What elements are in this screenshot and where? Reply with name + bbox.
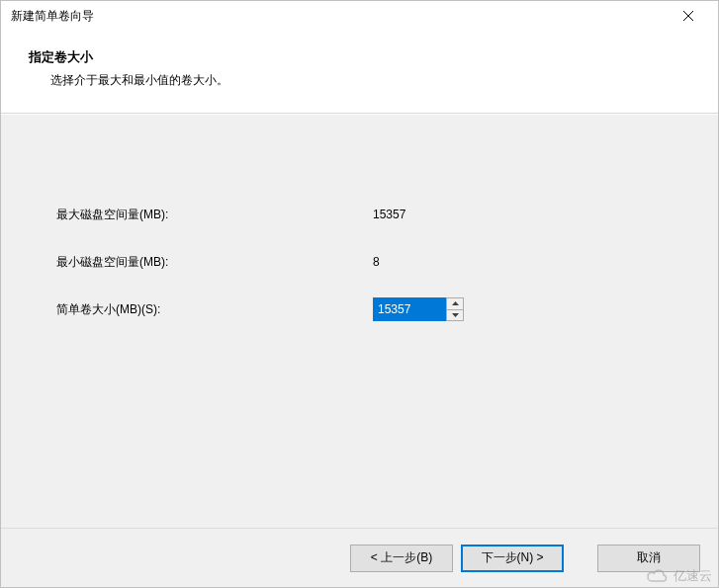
spinner-down-button[interactable]: [447, 309, 463, 321]
chevron-down-icon: [452, 313, 459, 317]
cancel-button[interactable]: 取消: [597, 545, 700, 572]
titlebar: 新建简单卷向导: [1, 1, 718, 31]
volume-size-label: 简单卷大小(MB)(S):: [56, 301, 373, 318]
spinner-up-button[interactable]: [447, 298, 463, 309]
wizard-header: 指定卷大小 选择介于最大和最小值的卷大小。: [1, 31, 718, 114]
volume-size-spinner: [373, 297, 464, 321]
spinner-buttons: [446, 297, 464, 321]
max-space-label: 最大磁盘空间量(MB):: [56, 207, 373, 223]
field-max-space: 最大磁盘空间量(MB): 15357: [1, 204, 718, 225]
back-button[interactable]: < 上一步(B): [350, 545, 453, 572]
close-button[interactable]: [667, 2, 710, 30]
chevron-up-icon: [452, 301, 459, 305]
window-title: 新建简单卷向导: [11, 8, 667, 25]
min-space-label: 最小磁盘空间量(MB):: [56, 254, 373, 271]
close-icon: [683, 11, 693, 21]
page-subtitle: 选择介于最大和最小值的卷大小。: [29, 72, 690, 89]
field-volume-size: 简单卷大小(MB)(S):: [1, 298, 718, 320]
min-space-value: 8: [373, 255, 380, 269]
next-button[interactable]: 下一步(N) >: [461, 545, 564, 572]
max-space-value: 15357: [373, 208, 405, 221]
volume-size-input[interactable]: [373, 297, 446, 321]
wizard-content: 最大磁盘空间量(MB): 15357 最小磁盘空间量(MB): 8 简单卷大小(…: [1, 114, 718, 534]
field-min-space: 最小磁盘空间量(MB): 8: [1, 251, 718, 273]
page-title: 指定卷大小: [29, 48, 690, 66]
wizard-footer: < 上一步(B) 下一步(N) > 取消: [1, 528, 718, 587]
